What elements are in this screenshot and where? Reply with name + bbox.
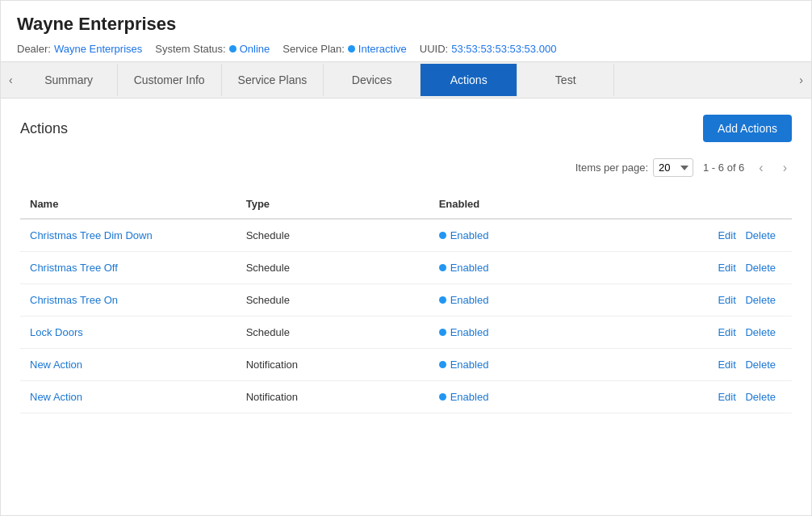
delete-link-4[interactable]: Delete xyxy=(745,359,776,371)
cell-name-2: Christmas Tree On xyxy=(20,284,236,317)
edit-link-2[interactable]: Edit xyxy=(718,294,735,306)
action-name-link-4[interactable]: New Action xyxy=(30,359,82,371)
tab-nav-prev[interactable]: ‹ xyxy=(1,62,21,98)
cell-enabled-2: Enabled xyxy=(429,284,622,317)
enabled-dot-2 xyxy=(439,296,446,304)
col-header-enabled: Enabled xyxy=(429,190,622,219)
tab-service-plans[interactable]: Service Plans xyxy=(222,64,324,96)
enabled-label-3: Enabled xyxy=(450,326,489,338)
enabled-dot-0 xyxy=(439,232,446,239)
action-name-link-1[interactable]: Christmas Tree Off xyxy=(30,262,118,274)
enabled-badge-1: Enabled xyxy=(439,262,613,274)
action-name-link-3[interactable]: Lock Doors xyxy=(30,326,83,338)
col-header-actions xyxy=(622,190,792,219)
table-header-row: Name Type Enabled xyxy=(20,190,792,219)
meta-bar: Dealer: Wayne Enterprises System Status:… xyxy=(17,43,795,55)
items-per-page-label: Items per page: xyxy=(576,162,648,174)
dealer-label: Dealer: xyxy=(17,43,51,55)
enabled-label-1: Enabled xyxy=(450,262,489,274)
cell-name-5: New Action xyxy=(20,381,236,413)
page-title: Wayne Enterprises xyxy=(17,14,795,35)
content-area: Actions Add Actions Items per page: 20 5… xyxy=(1,99,811,430)
delete-link-2[interactable]: Delete xyxy=(745,294,776,306)
cell-actions-3: Edit Delete xyxy=(622,317,792,349)
col-header-name: Name xyxy=(20,190,236,219)
edit-link-3[interactable]: Edit xyxy=(718,326,735,338)
cell-type-5: Notification xyxy=(236,381,429,413)
enabled-label-0: Enabled xyxy=(450,229,489,241)
tabs-container: ‹ Summary Customer Info Service Plans De… xyxy=(1,61,811,99)
plan-value: Interactive xyxy=(358,43,407,55)
cell-actions-0: Edit Delete xyxy=(622,219,792,252)
cell-enabled-1: Enabled xyxy=(429,252,622,284)
enabled-dot-1 xyxy=(439,264,446,271)
cell-enabled-5: Enabled xyxy=(429,381,622,413)
tab-customer-info[interactable]: Customer Info xyxy=(118,64,222,96)
tab-nav-next[interactable]: › xyxy=(791,62,811,98)
tab-summary[interactable]: Summary xyxy=(21,64,118,96)
uuid-value: 53:53:53:53:53:53.000 xyxy=(451,43,556,55)
cell-actions-4: Edit Delete xyxy=(622,349,792,381)
tab-actions[interactable]: Actions xyxy=(421,64,517,96)
uuid-info: UUID: 53:53:53:53:53:53.000 xyxy=(420,43,557,55)
edit-link-4[interactable]: Edit xyxy=(718,359,735,371)
status-info: System Status: Online xyxy=(155,43,270,55)
cell-name-0: Christmas Tree Dim Down xyxy=(20,219,236,252)
delete-link-1[interactable]: Delete xyxy=(745,262,776,274)
enabled-dot-3 xyxy=(439,329,446,336)
delete-link-0[interactable]: Delete xyxy=(745,229,776,241)
delete-link-3[interactable]: Delete xyxy=(745,326,776,338)
enabled-label-2: Enabled xyxy=(450,294,489,306)
enabled-badge-4: Enabled xyxy=(439,359,613,371)
tabs-list: Summary Customer Info Service Plans Devi… xyxy=(21,64,792,96)
add-actions-button[interactable]: Add Actions xyxy=(703,115,792,142)
next-page-button[interactable]: › xyxy=(778,159,792,177)
dealer-value: Wayne Enterprises xyxy=(54,43,142,55)
items-per-page: Items per page: 20 50 100 xyxy=(576,158,693,177)
cell-type-1: Schedule xyxy=(236,252,429,284)
status-value: Online xyxy=(240,43,270,55)
delete-link-5[interactable]: Delete xyxy=(745,391,776,403)
action-name-link-5[interactable]: New Action xyxy=(30,391,82,403)
prev-page-button[interactable]: ‹ xyxy=(754,159,768,177)
plan-status-dot xyxy=(348,45,355,52)
cell-name-3: Lock Doors xyxy=(20,317,236,349)
cell-enabled-3: Enabled xyxy=(429,317,622,349)
edit-link-1[interactable]: Edit xyxy=(718,262,735,274)
content-header: Actions Add Actions xyxy=(20,115,792,142)
plan-info: Service Plan: Interactive xyxy=(283,43,407,55)
enabled-label-4: Enabled xyxy=(450,359,489,371)
tab-test[interactable]: Test xyxy=(517,64,614,96)
cell-enabled-4: Enabled xyxy=(429,349,622,381)
dealer-info: Dealer: Wayne Enterprises xyxy=(17,43,142,55)
table-row: Christmas Tree Off Schedule Enabled Edit… xyxy=(20,252,792,284)
status-label: System Status: xyxy=(155,43,225,55)
cell-type-3: Schedule xyxy=(236,317,429,349)
edit-link-5[interactable]: Edit xyxy=(718,391,735,403)
page-info: 1 - 6 of 6 xyxy=(703,162,744,174)
col-header-type: Type xyxy=(236,190,429,219)
enabled-label-5: Enabled xyxy=(450,391,489,403)
actions-table: Name Type Enabled Christmas Tree Dim Dow… xyxy=(20,190,792,413)
table-row: Christmas Tree On Schedule Enabled Edit … xyxy=(20,284,792,317)
edit-link-0[interactable]: Edit xyxy=(718,229,735,241)
cell-enabled-0: Enabled xyxy=(429,219,622,252)
cell-type-0: Schedule xyxy=(236,219,429,252)
cell-name-4: New Action xyxy=(20,349,236,381)
table-row: Christmas Tree Dim Down Schedule Enabled… xyxy=(20,219,792,252)
cell-actions-2: Edit Delete xyxy=(622,284,792,317)
pagination-bar: Items per page: 20 50 100 1 - 6 of 6 ‹ › xyxy=(20,158,792,177)
cell-name-1: Christmas Tree Off xyxy=(20,252,236,284)
enabled-badge-3: Enabled xyxy=(439,326,613,338)
tab-devices[interactable]: Devices xyxy=(324,64,421,96)
table-row: Lock Doors Schedule Enabled Edit Delete xyxy=(20,317,792,349)
plan-label: Service Plan: xyxy=(283,43,345,55)
enabled-dot-4 xyxy=(439,361,446,368)
action-name-link-0[interactable]: Christmas Tree Dim Down xyxy=(30,229,153,241)
enabled-badge-0: Enabled xyxy=(439,229,613,241)
cell-type-4: Notification xyxy=(236,349,429,381)
per-page-select[interactable]: 20 50 100 xyxy=(653,158,693,177)
online-status-dot xyxy=(229,45,236,52)
action-name-link-2[interactable]: Christmas Tree On xyxy=(30,294,118,306)
header: Wayne Enterprises Dealer: Wayne Enterpri… xyxy=(1,1,811,61)
